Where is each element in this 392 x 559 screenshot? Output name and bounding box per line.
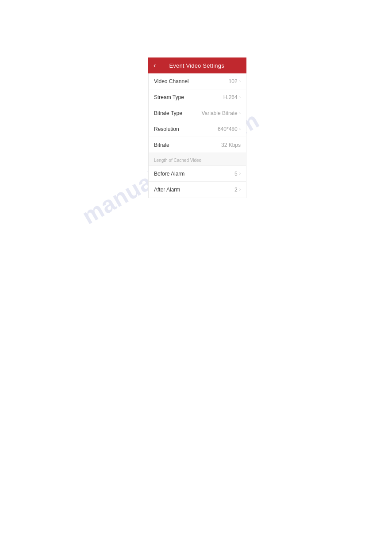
bitrate-row[interactable]: Bitrate 32 Kbps [149, 137, 246, 153]
bitrate-value-group: 32 Kbps [221, 142, 241, 148]
settings-panel: ‹ Event Video Settings Video Channel 102… [148, 57, 246, 198]
chevron-icon: › [239, 79, 241, 84]
back-button[interactable]: ‹ [154, 62, 156, 69]
after-alarm-row[interactable]: After Alarm 2 › [149, 182, 246, 198]
video-channel-value-group: 102 › [229, 78, 241, 84]
chevron-icon: › [239, 127, 241, 131]
before-alarm-value: 5 [234, 171, 238, 177]
after-alarm-value-group: 2 › [234, 187, 241, 193]
resolution-row[interactable]: Resolution 640*480 › [149, 121, 246, 137]
stream-type-value-group: H.264 › [223, 94, 241, 100]
bitrate-type-value-group: Variable Bitrate › [202, 110, 241, 116]
bitrate-type-value: Variable Bitrate [202, 110, 238, 116]
resolution-value: 640*480 [218, 126, 238, 132]
video-channel-value: 102 [229, 78, 238, 84]
panel-header: ‹ Event Video Settings [148, 57, 246, 73]
video-channel-row[interactable]: Video Channel 102 › [149, 73, 246, 89]
after-alarm-value: 2 [234, 187, 238, 193]
stream-type-value: H.264 [223, 94, 238, 100]
chevron-icon: › [239, 95, 241, 100]
stream-type-label: Stream Type [154, 94, 184, 100]
panel-title: Event Video Settings [159, 62, 234, 69]
chevron-icon: › [239, 172, 241, 176]
bitrate-value: 32 Kbps [221, 142, 241, 148]
bitrate-type-row[interactable]: Bitrate Type Variable Bitrate › [149, 105, 246, 121]
chevron-icon: › [239, 188, 241, 192]
video-channel-label: Video Channel [154, 78, 189, 84]
before-alarm-label: Before Alarm [154, 171, 184, 177]
cached-video-section-header: Length of Cached Video [149, 153, 246, 166]
bitrate-label: Bitrate [154, 142, 169, 148]
before-alarm-row[interactable]: Before Alarm 5 › [149, 166, 246, 182]
before-alarm-value-group: 5 › [234, 171, 241, 177]
stream-type-row[interactable]: Stream Type H.264 › [149, 89, 246, 105]
resolution-label: Resolution [154, 126, 179, 132]
chevron-icon: › [239, 111, 241, 115]
top-divider [0, 40, 392, 40]
bitrate-type-label: Bitrate Type [154, 110, 182, 116]
after-alarm-label: After Alarm [154, 187, 180, 193]
section-header-text: Length of Cached Video [154, 158, 201, 163]
panel-body: Video Channel 102 › Stream Type H.264 › … [148, 73, 246, 198]
resolution-value-group: 640*480 › [218, 126, 241, 132]
bottom-divider [0, 519, 392, 519]
